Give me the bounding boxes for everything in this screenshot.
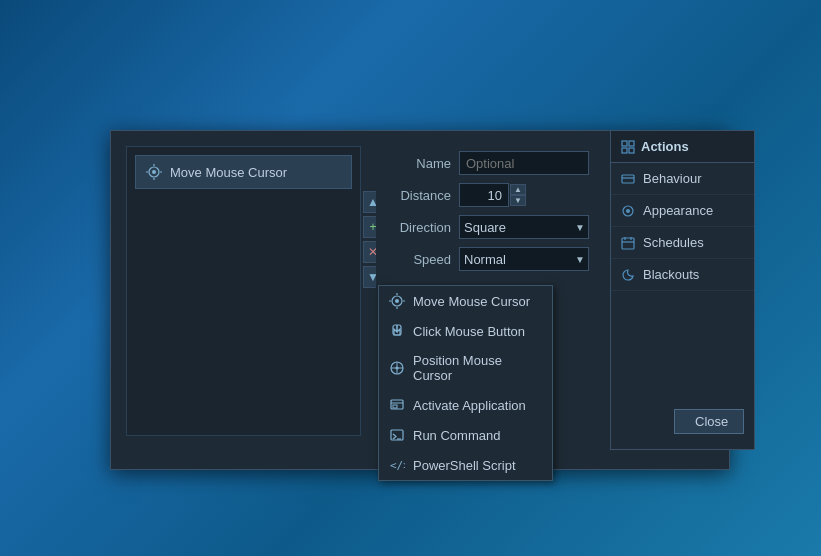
svg-rect-32 — [393, 405, 397, 408]
dropdown-item-powershell[interactable]: </> PowerShell Script — [379, 450, 552, 480]
dropdown-item-label-powershell: PowerShell Script — [413, 458, 516, 473]
schedules-icon — [621, 236, 635, 250]
svg-rect-6 — [622, 141, 627, 146]
move-mouse-dropdown-icon — [389, 293, 405, 309]
behaviour-icon — [621, 172, 635, 186]
svg-rect-10 — [622, 175, 634, 183]
sidebar-item-behaviour[interactable]: Behaviour — [611, 163, 754, 195]
appearance-label: Appearance — [643, 203, 713, 218]
distance-spinner: ▲ ▼ — [510, 184, 526, 206]
direction-select[interactable]: Square Linear Random — [459, 215, 589, 239]
sidebar-title-label: Actions — [641, 139, 689, 154]
sidebar-item-schedules[interactable]: Schedules — [611, 227, 754, 259]
name-input[interactable] — [459, 151, 589, 175]
svg-text:</>: </> — [390, 459, 405, 472]
behaviour-label: Behaviour — [643, 171, 702, 186]
direction-label: Direction — [381, 220, 451, 235]
distance-label: Distance — [381, 188, 451, 203]
name-label: Name — [381, 156, 451, 171]
dropdown-item-run-command[interactable]: Run Command — [379, 420, 552, 450]
svg-rect-7 — [629, 141, 634, 146]
run-command-dropdown-icon — [389, 427, 405, 443]
click-mouse-dropdown-icon — [389, 323, 405, 339]
sidebar-item-blackouts[interactable]: Blackouts — [611, 259, 754, 291]
svg-point-13 — [626, 209, 630, 213]
dropdown-item-move-mouse[interactable]: Move Mouse Cursor — [379, 286, 552, 316]
distance-up-button[interactable]: ▲ — [510, 184, 526, 195]
svg-rect-8 — [622, 148, 627, 153]
svg-rect-9 — [629, 148, 634, 153]
dropdown-menu: Move Mouse Cursor Click Mouse Button Pos… — [378, 285, 553, 481]
svg-point-1 — [152, 170, 156, 174]
dropdown-item-label-run-command: Run Command — [413, 428, 500, 443]
dropdown-item-label-position-mouse: Position Mouse Cursor — [413, 353, 542, 383]
svg-point-29 — [396, 367, 399, 370]
dropdown-item-label-activate-app: Activate Application — [413, 398, 526, 413]
distance-input[interactable] — [459, 183, 509, 207]
speed-label: Speed — [381, 252, 451, 267]
right-sidebar: Actions Behaviour Appearance — [610, 130, 755, 450]
svg-rect-14 — [622, 238, 634, 249]
close-button[interactable]: Close — [674, 409, 744, 434]
powershell-dropdown-icon: </> — [389, 457, 405, 473]
speed-select-wrapper: Normal Fast Slow ▼ — [459, 247, 589, 271]
distance-down-button[interactable]: ▼ — [510, 195, 526, 206]
actions-title-icon — [621, 140, 635, 154]
dropdown-item-position-mouse[interactable]: Position Mouse Cursor — [379, 346, 552, 390]
dropdown-item-click-mouse[interactable]: Click Mouse Button — [379, 316, 552, 346]
sidebar-item-appearance[interactable]: Appearance — [611, 195, 754, 227]
dropdown-item-label-click-mouse: Click Mouse Button — [413, 324, 525, 339]
blackouts-icon — [621, 268, 635, 282]
action-item[interactable]: Move Mouse Cursor — [135, 155, 352, 189]
speed-select[interactable]: Normal Fast Slow — [459, 247, 589, 271]
move-mouse-icon — [146, 164, 162, 180]
svg-point-19 — [395, 299, 399, 303]
schedules-label: Schedules — [643, 235, 704, 250]
activate-app-dropdown-icon — [389, 397, 405, 413]
sidebar-title-row: Actions — [611, 131, 754, 163]
blackouts-label: Blackouts — [643, 267, 699, 282]
dropdown-item-label-move-mouse: Move Mouse Cursor — [413, 294, 530, 309]
action-list-panel: Move Mouse Cursor — [126, 146, 361, 436]
position-mouse-dropdown-icon — [389, 360, 405, 376]
action-item-label: Move Mouse Cursor — [170, 165, 287, 180]
direction-select-wrapper: Square Linear Random ▼ — [459, 215, 589, 239]
dropdown-item-activate-app[interactable]: Activate Application — [379, 390, 552, 420]
appearance-icon — [621, 204, 635, 218]
